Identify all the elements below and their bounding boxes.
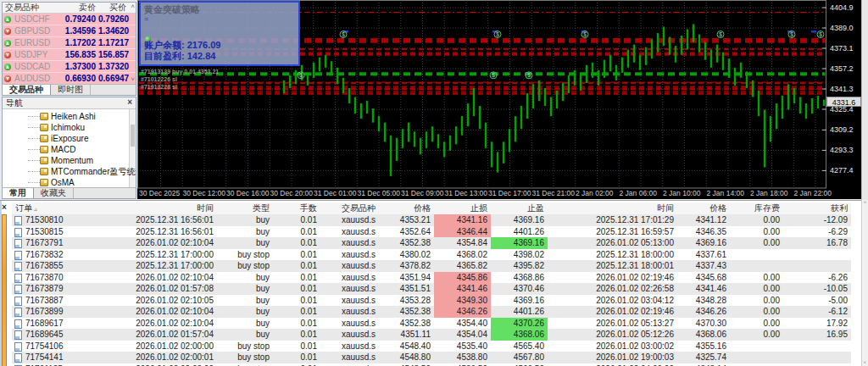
column-header[interactable]: 手数 (273, 202, 320, 215)
column-header[interactable]: 价格 (677, 202, 730, 215)
profit (783, 341, 851, 352)
tab-收藏夹[interactable]: 收藏夹 (34, 188, 74, 198)
open-time: 2026.01.02 02:10:04 (88, 306, 217, 318)
price-axis: 4404.94389.04373.14357.24341.34325.44309… (826, 0, 861, 188)
document-icon (14, 353, 22, 363)
column-header[interactable]: 时间 (88, 202, 217, 215)
column-header[interactable]: 获利 (783, 202, 851, 215)
tree-item-indicator[interactable]: Ichimoku (3, 122, 136, 133)
profit: 17.92 (783, 318, 851, 330)
tab-即时图[interactable]: 即时图 (51, 85, 91, 95)
order-row[interactable]: 717541412026.01.02 02:00:01buy stop0.01x… (12, 352, 851, 363)
order-id: 71673887 (25, 295, 88, 307)
column-header[interactable]: 交易品种 (320, 202, 379, 215)
order-cell (12, 272, 25, 284)
close-price: 4346.26 (677, 306, 730, 318)
column-symbol[interactable]: 交易品种 (3, 3, 58, 13)
current-profit: 目前盈利: 142.84 (144, 51, 220, 62)
order-row[interactable]: 716737912026.01.02 02:10:04buy0.01xauusd… (12, 237, 851, 249)
close-time: 2026.01.02 02:19:46 (548, 272, 677, 284)
stop-loss: 4345.86 (434, 272, 491, 284)
tab-交易品种[interactable]: 交易品种 (3, 85, 51, 95)
close-time: 2026.01.02 03:04:12 (548, 295, 677, 307)
panel-grab-strip[interactable] (2, 214, 7, 366)
symbol-row[interactable]: GBPUSD1.345961.34620 (3, 25, 136, 37)
open-time: 2025.12.31 16:56:01 (88, 214, 217, 226)
order-row[interactable]: 716738872026.01.02 02:10:05buy0.01xauusd… (12, 295, 851, 307)
column-header[interactable]: 类型 (217, 202, 273, 215)
trade-dollar-icon: $ (581, 31, 588, 38)
price-chart[interactable]: $$$$$$$$$ 4404.94389.04373.14357.24341.3… (137, 0, 861, 199)
column-header[interactable]: 价格 (379, 202, 434, 215)
terminal-scrollbar[interactable]: ˄ ˅ (861, 200, 868, 366)
orders-table-header: 订单 ▵时间类型手数交易品种价格止损止盈时间价格库存费获利 (12, 202, 851, 215)
close-time: 2026.01.02 03:00:02 (548, 341, 677, 352)
stop-loss: 4354.04 (434, 329, 491, 341)
symbol: xauusd.s (320, 329, 379, 341)
column-header[interactable]: 止损 (434, 202, 491, 215)
open-time: 2026.01.02 02:00:00 (88, 341, 217, 352)
symbol-row[interactable]: USDCHF0.792400.79260 (3, 14, 136, 25)
order-row[interactable]: 716896172026.01.02 02:10:04buy0.01xauusd… (12, 318, 851, 330)
column-header[interactable]: 止盈 (491, 202, 548, 215)
scroll-up-icon[interactable]: ˄ (131, 3, 135, 10)
tree-item-indicator[interactable]: MTCommander盈亏统计 (3, 166, 136, 177)
close-icon[interactable]: × (2, 202, 7, 212)
order-row[interactable]: 716738792026.01.02 01:57:08buy0.01xauusd… (12, 283, 851, 295)
close-time: 2026.01.02 04:00:00 (548, 363, 677, 366)
take-profit: 4369.16 (491, 237, 548, 249)
tree-item-indicator[interactable]: Heiken Ashi (3, 111, 136, 122)
window-right-border (861, 0, 868, 200)
column-ask[interactable]: 买价 (98, 3, 129, 13)
swap: 0.00 (730, 295, 783, 307)
lots: 0.01 (273, 329, 320, 341)
swap: 0.00 (730, 318, 783, 330)
tab-常用[interactable]: 常用 (3, 188, 34, 198)
order-row[interactable]: 715308152025.12.31 16:56:01buy0.01xauusd… (12, 226, 851, 238)
column-header[interactable]: 库存费 (730, 202, 783, 215)
tree-item-indicator[interactable]: iExposure (3, 133, 136, 144)
tree-item-indicator[interactable]: MACD (3, 144, 136, 155)
swap: 0.00 (730, 214, 783, 226)
trend-down-icon (4, 75, 11, 82)
close-icon[interactable]: × (127, 97, 132, 108)
column-header[interactable]: 时间 (548, 202, 677, 215)
take-profit: 4370.26 (491, 318, 548, 330)
order-row[interactable]: 715308102025.12.31 16:56:01buy0.01xauusd… (12, 214, 851, 226)
symbol-row[interactable]: USDJPY156.835156.857 (3, 49, 136, 61)
order-type: buy stop (217, 352, 273, 363)
order-row[interactable]: 716738992026.01.02 02:10:04buy0.01xauusd… (12, 306, 851, 318)
open-price: 4353.28 (379, 295, 434, 307)
order-cell (12, 341, 25, 352)
tree-item-indicator[interactable]: OsMA (3, 177, 136, 187)
order-cell (12, 295, 25, 307)
svg-text:$: $ (790, 31, 793, 37)
column-bid[interactable]: 卖价 (58, 3, 98, 13)
svg-text:$: $ (583, 31, 587, 37)
price-axis-label: 4277.4 (830, 166, 854, 175)
order-row[interactable]: 716738702026.01.02 02:10:04buy0.01xauusd… (12, 272, 851, 284)
open-time: 2026.01.02 02:10:04 (88, 272, 217, 284)
scroll-down-icon[interactable]: ˅ (131, 76, 135, 83)
tree-item-indicator[interactable]: Momentum (3, 155, 136, 166)
order-id: 71530815 (25, 226, 88, 238)
symbol-row[interactable]: USDCAD1.373001.37320 (3, 61, 136, 73)
scroll-up-icon[interactable]: ˄ (864, 200, 867, 205)
symbol-row[interactable]: EURUSD1.172021.17217 (3, 37, 136, 49)
order-row[interactable]: 717611852026.01.02 02:00:00buy stop0.01x… (12, 363, 851, 366)
order-row[interactable]: 717541062026.01.02 02:00:00buy stop0.01x… (12, 341, 851, 352)
symbol-row[interactable]: AUDUSD0.669300.66947 (3, 73, 136, 84)
close-price: 4348.28 (677, 295, 730, 307)
scroll-down-icon[interactable]: ˅ (864, 360, 867, 365)
order-row[interactable]: 716896452026.01.02 01:57:04buy0.01xauusd… (12, 329, 851, 341)
document-icon (14, 228, 22, 237)
column-header[interactable]: 订单 ▵ (12, 202, 88, 215)
open-time: 2025.12.31 16:56:01 (88, 226, 217, 238)
order-id: 71754141 (25, 352, 88, 363)
symbol: xauusd.s (320, 260, 379, 272)
order-row[interactable]: 716738552025.12.31 17:00:00buy stop0.01x… (12, 260, 851, 272)
order-cell (12, 237, 25, 249)
open-time: 2026.01.02 02:10:04 (88, 237, 217, 249)
lots: 0.01 (273, 352, 320, 363)
order-row[interactable]: 716738322025.12.31 17:00:00buy stop0.01x… (12, 249, 851, 261)
